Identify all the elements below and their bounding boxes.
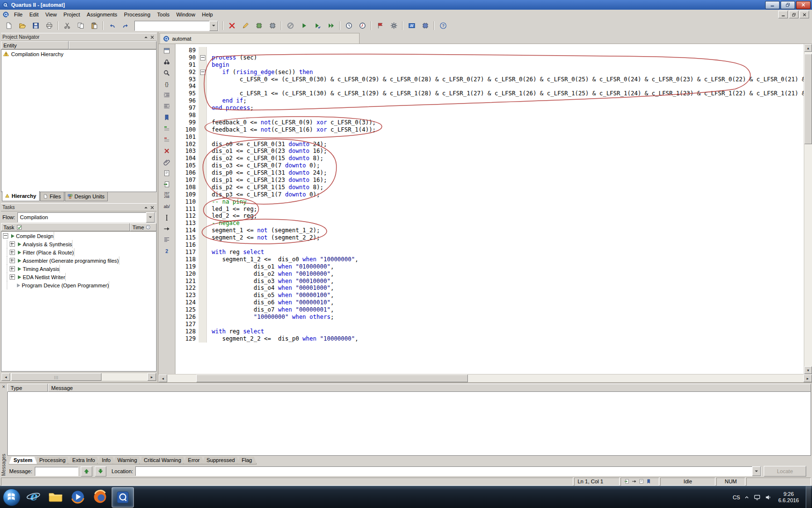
copy-button[interactable] — [74, 20, 87, 31]
type-column-label[interactable]: Type — [7, 384, 48, 392]
network-icon[interactable] — [754, 494, 761, 501]
task-row[interactable]: Timing Analysis — [1, 265, 156, 273]
task-row[interactable]: Fitter (Place & Route) — [1, 248, 156, 256]
insert-template-button[interactable]: {} — [160, 78, 174, 90]
outdent-button[interactable] — [160, 101, 174, 112]
goto-page-button[interactable] — [160, 179, 174, 190]
save-button[interactable] — [29, 20, 42, 31]
panel-collapse-icon[interactable] — [143, 34, 149, 40]
code-line[interactable]: 107dis_p1 <= c_LFSR_1(23 downto 16); — [175, 177, 804, 184]
messages-list[interactable] — [7, 392, 811, 456]
editor-tab-automat[interactable]: automat — [160, 33, 360, 44]
stop-icon-button[interactable] — [284, 20, 297, 31]
code-line[interactable]: 121 dis_o3 when "00010000", — [175, 278, 804, 285]
play-fast-button[interactable] — [324, 20, 337, 31]
code-line[interactable]: 116 — [175, 241, 804, 249]
indent-button[interactable] — [160, 90, 174, 101]
menu-view[interactable]: View — [42, 11, 60, 18]
mdi-minimize-button[interactable] — [778, 11, 788, 18]
play-check-button[interactable] — [311, 20, 324, 31]
messages-tab-processing[interactable]: Processing — [34, 457, 70, 464]
code-line[interactable]: 97end process; — [175, 105, 804, 112]
code-line[interactable]: 112led_2 <= reg; — [175, 212, 804, 220]
code-line[interactable]: 125 dis_o7 when "00000001", — [175, 306, 804, 314]
toolbar-combo[interactable] — [134, 21, 218, 31]
code-line[interactable]: 101 — [175, 134, 804, 141]
chevron-down-icon[interactable] — [209, 21, 218, 31]
scrollbar-thumb[interactable]: ||| — [11, 373, 102, 381]
flow-select[interactable]: Compilation — [17, 212, 155, 223]
messages-tab-warning[interactable]: Warning — [113, 457, 142, 464]
taskbar-clock[interactable]: 9:26 6.6.2016 — [775, 491, 802, 504]
assignment-x-button[interactable] — [225, 20, 238, 31]
expand-toggle[interactable] — [10, 258, 15, 263]
code-line[interactable]: 126 "10000000" when others; — [175, 314, 804, 321]
messages-tab-suppressed[interactable]: Suppressed — [202, 457, 240, 464]
expand-toggle[interactable] — [10, 274, 15, 280]
code-line[interactable]: 102dis_o0 <= c_LFSR_0(31 downto 24); — [175, 141, 804, 148]
attach-button[interactable] — [160, 156, 174, 167]
code-line[interactable]: 91begin — [175, 61, 804, 69]
locate-button[interactable]: Locate — [764, 466, 806, 477]
tab-hierarchy[interactable]: Hierarchy — [2, 191, 40, 201]
chip-a-button[interactable] — [252, 20, 265, 31]
taskbar-item-quartus[interactable] — [112, 487, 134, 508]
code-editor[interactable]: 8990process (sec)91begin92 if (rising_ed… — [175, 44, 804, 374]
task-row[interactable]: Compile Design — [1, 232, 156, 240]
uncomment-button[interactable] — [160, 134, 174, 145]
print-button[interactable] — [43, 20, 56, 31]
taskbar-item-firefox[interactable] — [89, 487, 111, 507]
editor-hscrollbar[interactable]: ◄ ► — [159, 374, 812, 382]
delete-line-button[interactable] — [160, 145, 174, 156]
mdi-close-button[interactable] — [799, 11, 809, 18]
panel-close-icon[interactable] — [149, 34, 155, 40]
code-line[interactable]: 104dis_o2 <= c_LFSR_0(15 downto 8); — [175, 155, 804, 162]
messages-tab-error[interactable]: Error — [183, 457, 204, 464]
chip-b-button[interactable] — [266, 20, 279, 31]
open-file-button[interactable] — [15, 20, 29, 31]
time-column-label[interactable]: Time — [130, 223, 157, 231]
arrow-right-button[interactable] — [160, 223, 174, 234]
task-column-label[interactable]: Task — [1, 223, 130, 231]
help-button[interactable]: ? — [436, 20, 450, 31]
paste-button[interactable] — [87, 20, 101, 31]
code-line[interactable]: 94 — [175, 83, 804, 90]
code-line[interactable]: 123 dis_o5 when "00000100", — [175, 292, 804, 299]
fold-toggle[interactable] — [200, 55, 205, 60]
location-select[interactable] — [135, 466, 761, 476]
code-line[interactable]: 115segment_2 <= not (segment_2_2); — [175, 234, 804, 241]
editor-vscrollbar[interactable]: ▲ ▼ — [804, 44, 812, 374]
undo-button[interactable] — [105, 20, 118, 31]
code-line[interactable]: 90process (sec) — [175, 54, 804, 61]
code-line[interactable]: 99feedback_0 <= not(c_LFSR_0(9) xor c_LF… — [175, 119, 804, 126]
messages-tab-critical-warning[interactable]: Critical Warning — [139, 457, 186, 464]
message-input[interactable] — [35, 467, 78, 476]
taskbar-item-windows-explorer[interactable] — [45, 487, 66, 507]
collapse-toggle[interactable] — [3, 233, 8, 239]
flag-button[interactable] — [374, 20, 387, 31]
code-line[interactable]: 120 dis_o2 when "00100000", — [175, 270, 804, 278]
comment-button[interactable] — [160, 123, 174, 134]
code-line[interactable]: 113--negace — [175, 220, 804, 227]
scroll-right-icon[interactable]: ► — [803, 374, 812, 382]
entity-column-label[interactable]: Entity — [1, 41, 69, 49]
code-line[interactable]: 95 c_LFSR_1 <= (c_LFSR_1(30) & c_LFSR_1(… — [175, 90, 804, 97]
task-row[interactable]: Analysis & Synthesis — [1, 240, 156, 248]
clock-b-button[interactable] — [356, 20, 369, 31]
messages-tab-system[interactable]: System — [9, 457, 37, 464]
task-row[interactable]: EDA Netlist Writer — [1, 273, 156, 281]
show-hidden-icons[interactable] — [744, 494, 750, 500]
pencil-button[interactable] — [239, 20, 252, 31]
align-button[interactable] — [160, 234, 174, 245]
cursor-button[interactable] — [160, 212, 174, 223]
code-line[interactable]: 92 if (rising_edge(sec)) then — [175, 69, 804, 76]
hierarchy-tree[interactable]: Compilation Hierarchy — [1, 50, 157, 192]
messages-tab-info[interactable]: Info — [97, 457, 116, 464]
code-line[interactable]: 118 segment_1_2 <= dis_o0 when "10000000… — [175, 256, 804, 263]
scroll-right-icon[interactable]: ► — [147, 373, 156, 381]
code-line[interactable]: 109dis_p3 <= c_LFSR_1(7 downto 0); — [175, 191, 804, 198]
code-line[interactable]: 108dis_p2 <= c_LFSR_1(15 downto 8); — [175, 184, 804, 191]
gear-button[interactable] — [387, 20, 400, 31]
code-line[interactable]: 114segment_1 <= not (segment_1_2); — [175, 227, 804, 234]
scroll-left-icon[interactable]: ◄ — [1, 373, 10, 381]
